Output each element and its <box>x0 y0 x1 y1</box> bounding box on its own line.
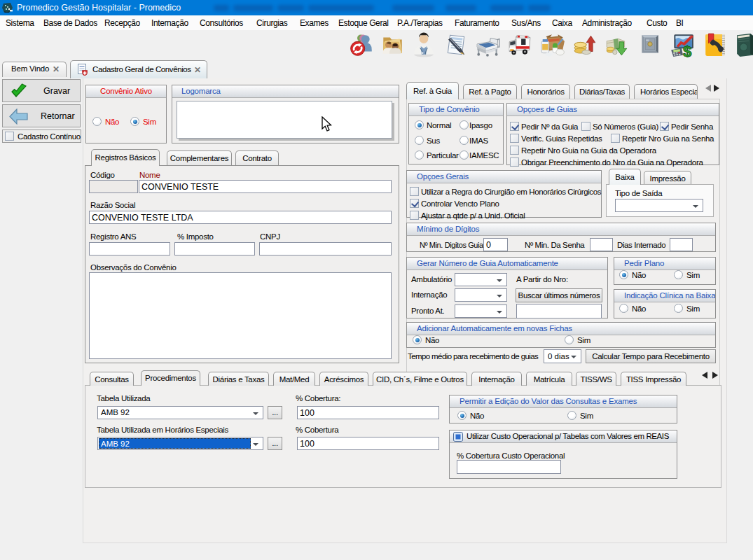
svg-text:$: $ <box>683 43 692 57</box>
